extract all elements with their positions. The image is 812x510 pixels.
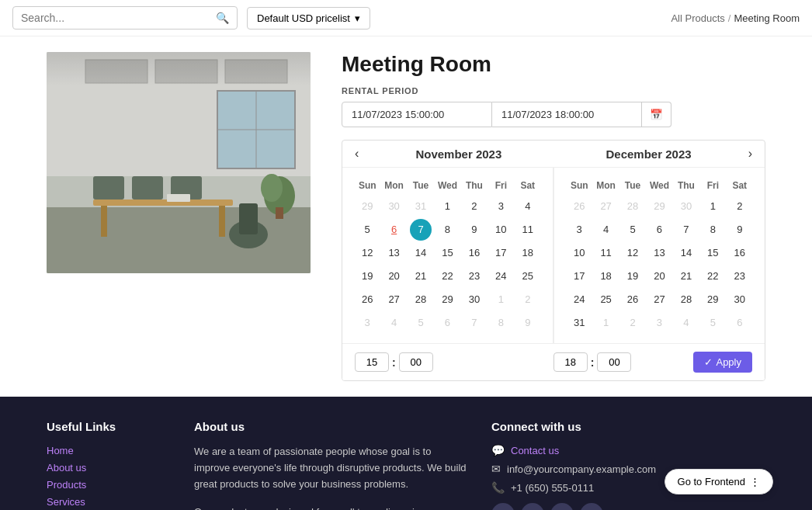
cal-day[interactable]: 17 (490, 242, 512, 264)
cal-day[interactable]: 5 (702, 312, 724, 334)
start-date-input[interactable] (342, 102, 492, 127)
cal-day[interactable]: 2 (622, 312, 644, 334)
cal-day[interactable]: 9 (729, 219, 751, 241)
cal-day[interactable]: 3 (568, 219, 590, 241)
cal-day[interactable]: 30 (675, 196, 697, 217)
cal-day[interactable]: 28 (675, 289, 697, 311)
cal-day[interactable]: 1 (595, 312, 617, 334)
calendar-toggle-button[interactable]: 📅 (642, 102, 671, 127)
cal-day[interactable]: 30 (729, 289, 751, 311)
end-hour-input[interactable] (553, 352, 588, 372)
cal-day[interactable]: 3 (490, 196, 512, 217)
cal-day[interactable]: 14 (410, 242, 432, 264)
cal-day[interactable]: 4 (517, 196, 539, 217)
cal-day[interactable]: 29 (436, 289, 458, 311)
cal-day[interactable]: 8 (702, 219, 724, 241)
cal-day[interactable]: 7 (463, 312, 485, 334)
cal-day[interactable]: 3 (356, 312, 378, 334)
cal-day[interactable]: 7 (675, 219, 697, 241)
search-box[interactable]: 🔍 (12, 6, 238, 29)
cal-day[interactable]: 2 (729, 196, 751, 217)
cal-day[interactable]: 8 (436, 219, 458, 241)
cal-day[interactable]: 31 (568, 312, 590, 334)
cal-day[interactable]: 5 (622, 219, 644, 241)
cal-day[interactable]: 30 (463, 289, 485, 311)
cal-day[interactable]: 19 (356, 265, 378, 287)
footer-link-services[interactable]: Services (47, 496, 85, 508)
pricelist-dropdown[interactable]: Default USD pricelist ▾ (247, 7, 370, 29)
cal-day[interactable]: 17 (568, 265, 590, 287)
cal-day[interactable]: 13 (648, 242, 670, 264)
cal-day[interactable]: 11 (595, 242, 617, 264)
cal-day[interactable]: 31 (410, 196, 432, 217)
cal-day[interactable]: 12 (622, 242, 644, 264)
footer-link-products[interactable]: Products (47, 479, 86, 491)
end-min-input[interactable] (597, 352, 631, 372)
cal-day[interactable]: 23 (463, 265, 485, 287)
twitter-icon[interactable]: t (550, 503, 574, 510)
cal-day[interactable]: 15 (702, 242, 724, 264)
footer-link-about[interactable]: About us (47, 462, 86, 474)
cal-day[interactable]: 26 (622, 289, 644, 311)
cal-day[interactable]: 21 (675, 265, 697, 287)
cal-day[interactable]: 3 (648, 312, 670, 334)
cal-day[interactable]: 1 (490, 289, 512, 311)
prev-month-button[interactable]: ‹ (350, 145, 363, 162)
cal-day[interactable]: 1 (702, 196, 724, 217)
cal-day[interactable]: 10 (490, 219, 512, 241)
facebook-icon[interactable]: f (491, 503, 515, 510)
end-date-input[interactable] (492, 102, 642, 127)
cal-day[interactable]: 13 (383, 242, 405, 264)
cal-day[interactable]: 18 (517, 242, 539, 264)
start-hour-input[interactable] (355, 352, 389, 372)
cal-day[interactable]: 10 (568, 242, 590, 264)
cal-day[interactable]: 20 (648, 265, 670, 287)
cal-day[interactable]: 5 (410, 312, 432, 334)
cal-day[interactable]: 29 (702, 289, 724, 311)
cal-day[interactable]: 6 (436, 312, 458, 334)
cal-day[interactable]: 27 (383, 289, 405, 311)
cal-day[interactable]: 29 (356, 196, 378, 217)
go-to-frontend-button[interactable]: Go to Frontend ⋮ (665, 469, 773, 494)
cal-day[interactable]: 22 (702, 265, 724, 287)
cal-day[interactable]: 5 (356, 219, 378, 241)
cal-day[interactable]: 4 (595, 219, 617, 241)
cal-day[interactable]: 18 (595, 265, 617, 287)
footer-link-home[interactable]: Home (47, 445, 74, 456)
search-input[interactable] (21, 12, 216, 24)
cal-day[interactable]: 29 (648, 196, 670, 217)
apply-button[interactable]: Apply (693, 352, 752, 373)
cal-day-selected[interactable]: 7 (410, 219, 432, 241)
breadcrumb-parent[interactable]: All Products (671, 12, 724, 24)
cal-day[interactable]: 25 (517, 265, 539, 287)
cal-day[interactable]: 2 (517, 289, 539, 311)
cal-day[interactable]: 23 (729, 265, 751, 287)
cal-day[interactable]: 8 (490, 312, 512, 334)
start-min-input[interactable] (399, 352, 433, 372)
contact-link[interactable]: Contact us (511, 445, 559, 456)
cal-day[interactable]: 28 (410, 289, 432, 311)
cal-day[interactable]: 6 (648, 219, 670, 241)
cal-day[interactable]: 11 (517, 219, 539, 241)
cal-day[interactable]: 24 (490, 265, 512, 287)
cal-day[interactable]: 9 (517, 312, 539, 334)
cal-day[interactable]: 4 (383, 312, 405, 334)
linkedin-icon[interactable]: in (521, 503, 544, 510)
cal-day[interactable]: 16 (729, 242, 751, 264)
cal-day[interactable]: 22 (436, 265, 458, 287)
cal-day[interactable]: 27 (595, 196, 617, 217)
cal-day[interactable]: 21 (410, 265, 432, 287)
cal-day[interactable]: 26 (568, 196, 590, 217)
cal-day[interactable]: 20 (383, 265, 405, 287)
cal-day[interactable]: 15 (436, 242, 458, 264)
cal-day[interactable]: 12 (356, 242, 378, 264)
cal-day[interactable]: 30 (383, 196, 405, 217)
instagram-icon[interactable]: ig (580, 503, 603, 510)
cal-day[interactable]: 28 (622, 196, 644, 217)
cal-day[interactable]: 2 (463, 196, 485, 217)
cal-day[interactable]: 9 (463, 219, 485, 241)
cal-day[interactable]: 1 (436, 196, 458, 217)
cal-day[interactable]: 25 (595, 289, 617, 311)
cal-day[interactable]: 4 (675, 312, 697, 334)
cal-day[interactable]: 6 (729, 312, 751, 334)
